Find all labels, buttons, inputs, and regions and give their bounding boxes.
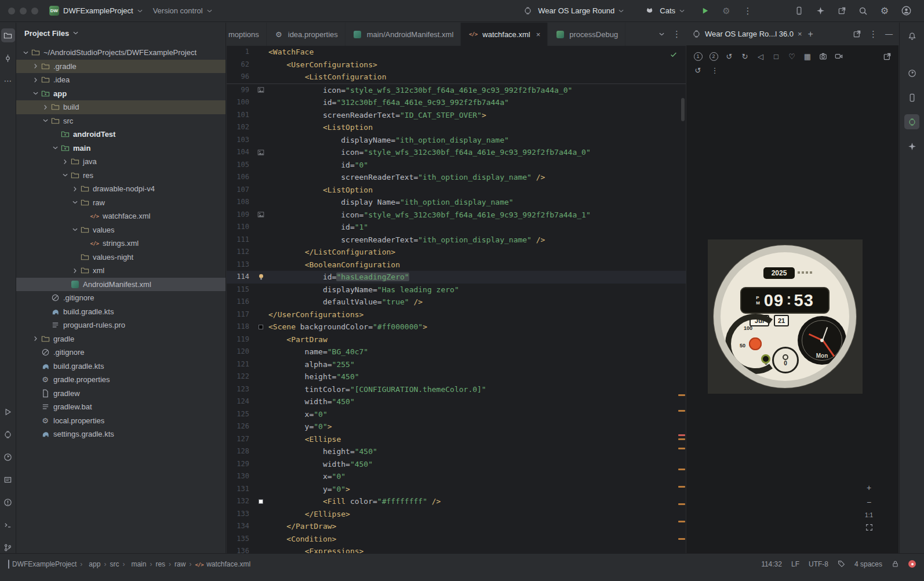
code-line-122[interactable]: 122 height="450" [227, 371, 686, 383]
close-tab-icon[interactable]: × [536, 30, 541, 39]
tree-item-gradlew.bat[interactable]: gradlew.bat [16, 400, 225, 414]
gemini-icon[interactable] [814, 5, 827, 17]
tree-item-androidTest[interactable]: androidTest [16, 128, 225, 141]
run-configuration-selector[interactable]: Cats [638, 2, 690, 20]
gemini-icon[interactable] [904, 139, 919, 154]
hidden-tabs-chevron-icon[interactable] [659, 32, 664, 36]
device-manager-icon[interactable] [1, 427, 15, 441]
code-line-131[interactable]: 131 y="0"> [227, 483, 686, 496]
breadcrumb-app[interactable]: app [86, 560, 100, 568]
hide-panel-icon[interactable]: — [885, 30, 893, 38]
project-view-selector[interactable]: Project Files [16, 23, 225, 43]
editor-tab-main-AndroidManifest.xml[interactable]: main/AndroidManifest.xml [345, 23, 461, 46]
tree-item-build[interactable]: build [16, 100, 225, 114]
chevron-right-icon[interactable] [31, 75, 40, 85]
device-streaming-icon[interactable] [792, 5, 805, 17]
tree-item-AndroidManifest.xml[interactable]: AndroidManifest.xml [16, 278, 225, 292]
chevron-right-icon[interactable] [60, 157, 70, 166]
device-selector[interactable]: Wear OS Large Round [516, 2, 629, 20]
code-line-107[interactable]: 107 <ListOption [227, 184, 686, 197]
tree-item-.idea[interactable]: .idea [16, 73, 225, 87]
code-line-102[interactable]: 102 <ListOption [227, 121, 686, 134]
tree-item-local.properties[interactable]: ⚙local.properties [16, 414, 225, 428]
panel-options-icon[interactable]: ⋮ [869, 29, 878, 39]
editor-tab-idea.properties[interactable]: ⚙idea.properties [267, 23, 345, 46]
code-line-114[interactable]: 114 id="hasLeadingZero" [227, 271, 686, 284]
code-line-115[interactable]: 115 displayName="Has leading zero" [227, 284, 686, 296]
watch-display[interactable]: 2025 P M 09 53 Jul 21 [708, 239, 863, 394]
tree-item-~-AndroidStudioProjects-DWFExampleProject[interactable]: ~/AndroidStudioProjects/DWFExampleProjec… [16, 46, 225, 60]
code-line-103[interactable]: 103 displayName="ith_option_display_name… [227, 134, 686, 147]
tree-item-app[interactable]: app [16, 87, 225, 101]
running-devices-icon[interactable] [904, 114, 919, 129]
tag-icon[interactable] [838, 560, 845, 568]
project-widget[interactable]: DW DWFExampleProject [44, 3, 148, 18]
code-line-113[interactable]: 113 <BooleanConfiguration [227, 259, 686, 271]
problems-icon[interactable] [1, 495, 15, 509]
code-line-133[interactable]: 133 </Ellipse> [227, 508, 686, 521]
line-separator[interactable]: LF [791, 560, 799, 568]
tree-item-.gitignore[interactable]: .gitignore [16, 346, 225, 360]
code-line-130[interactable]: 130 x="0" [227, 470, 686, 483]
tree-item-values[interactable]: values [16, 223, 225, 237]
code-line-132[interactable]: 132 <Fill color="#ffffffff" /> [227, 495, 686, 508]
run-icon[interactable] [1, 405, 15, 419]
vcs-widget[interactable]: Version control [148, 4, 217, 17]
tree-item-main[interactable]: main [16, 141, 225, 155]
tree-item-strings.xml[interactable]: </>strings.xml [16, 237, 225, 250]
tree-item-raw[interactable]: raw [16, 196, 225, 210]
code-line-105[interactable]: 105 id="0" [227, 159, 686, 172]
heart-rate-button[interactable]: ♡ [787, 51, 796, 61]
rotate-right-button[interactable]: ↻ [740, 51, 750, 61]
editor-tab-processDebug[interactable]: processDebug [548, 23, 625, 46]
notifications-icon[interactable] [904, 28, 919, 43]
tree-item-values-night[interactable]: values-night [16, 250, 225, 264]
code-line-117[interactable]: 117</UserConfigurations> [227, 308, 686, 321]
tree-item-drawable-nodpi-v4[interactable]: drawable-nodpi-v4 [16, 182, 225, 196]
breadcrumb-raw[interactable]: raw [174, 560, 185, 568]
code-line-124[interactable]: 124 width="450" [227, 395, 686, 408]
image-resource-icon[interactable] [257, 211, 264, 218]
code-line-111[interactable]: 111 screenReaderText="ith_option_display… [227, 234, 686, 246]
chevron-right-icon[interactable] [70, 266, 79, 275]
code-line-134[interactable]: 134 </PartDraw> [227, 520, 686, 533]
commit-icon[interactable] [1, 51, 15, 65]
image-resource-icon[interactable] [257, 149, 264, 156]
chevron-right-icon[interactable] [41, 103, 50, 112]
code-line-121[interactable]: 121 alpha="255" [227, 358, 686, 371]
code-line-123[interactable]: 123 tintColor="[CONFIGURATION.themeColor… [227, 383, 686, 396]
code-line-135[interactable]: 135 <Condition> [227, 533, 686, 546]
more-actions-icon[interactable]: ⋮ [741, 5, 754, 17]
more-button[interactable]: ⋮ [710, 65, 719, 75]
tree-item-build.gradle.kts[interactable]: build.gradle.kts [16, 305, 225, 319]
tree-item-src[interactable]: src [16, 114, 225, 128]
chevron-right-icon[interactable] [31, 334, 40, 343]
tree-item-settings.gradle.kts[interactable]: settings.gradle.kts [16, 427, 225, 441]
chevron-down-icon[interactable] [31, 89, 40, 98]
code-line-62[interactable]: 62 <UserConfigurations> [227, 59, 686, 71]
intention-bulb-icon[interactable] [257, 273, 265, 281]
button-2-button[interactable]: 2 [709, 51, 718, 61]
code-line-100[interactable]: 100 id="312c30bf_f64a_461e_9c93_992f2fb7… [227, 96, 686, 109]
add-device-tab-button[interactable]: + [808, 29, 813, 39]
float-button[interactable] [882, 51, 892, 61]
tree-item-proguard-rules.pro[interactable]: proguard-rules.pro [16, 318, 225, 332]
code-line-101[interactable]: 101 screenReaderText="ID_CAT_STEP_OVER"> [227, 109, 686, 122]
screenshot-button[interactable] [818, 51, 828, 61]
project-icon[interactable] [1, 28, 15, 42]
reset-button[interactable]: ↺ [693, 65, 703, 75]
zoom-in-button[interactable]: + [867, 483, 871, 492]
zoom-out-button[interactable]: − [867, 498, 871, 507]
device-explorer-icon[interactable] [904, 90, 919, 105]
tree-item-gradle.properties[interactable]: ⚙gradle.properties [16, 373, 225, 387]
tree-item-gradle[interactable]: gradle [16, 332, 225, 346]
tree-item-.gradle[interactable]: .gradle [16, 60, 225, 74]
tree-item-java[interactable]: java [16, 155, 225, 169]
version-control-icon[interactable] [1, 540, 15, 554]
settings-icon[interactable]: ⚙ [878, 5, 891, 17]
code-line-110[interactable]: 110 id="1" [227, 221, 686, 234]
error-indicator-icon[interactable] [908, 560, 916, 568]
rotate-left-button[interactable]: ↺ [725, 51, 734, 61]
profiler-icon[interactable] [1, 450, 15, 464]
tilt-button[interactable]: ▦ [803, 51, 812, 61]
